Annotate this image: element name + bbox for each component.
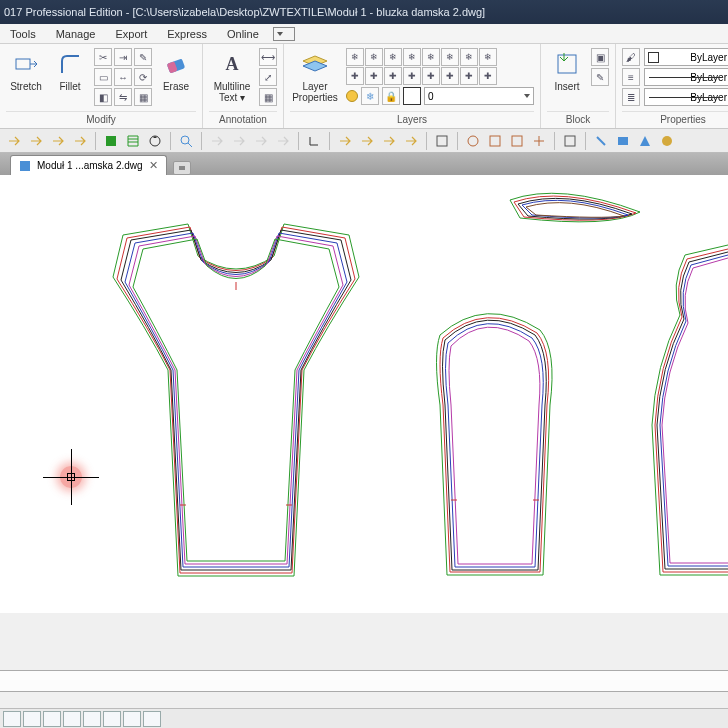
stretch-button[interactable]: Stretch [6,48,46,94]
tb-e1[interactable] [591,131,611,151]
tb-angle[interactable] [304,131,324,151]
tb2[interactable] [26,131,46,151]
lt9-icon[interactable]: ✚ [346,67,364,85]
tb3[interactable] [48,131,68,151]
lt5-icon[interactable]: ❄ [422,48,440,66]
lt4-icon[interactable]: ❄ [403,48,421,66]
lt8-icon[interactable]: ❄ [479,48,497,66]
color-combo[interactable]: ByLayer [644,48,728,66]
menu-more-dropdown[interactable] [273,27,295,41]
mini-rect-icon[interactable]: ▭ [94,68,112,86]
lt11-icon[interactable]: ✚ [384,67,402,85]
document-tab[interactable]: Moduł 1 ...amska 2.dwg ✕ [10,155,167,175]
lt6-icon[interactable]: ❄ [441,48,459,66]
tb-c4[interactable] [529,131,549,151]
more-icon[interactable]: ≣ [622,88,640,106]
panel-block-title: Block [547,111,609,128]
tby1[interactable] [335,131,355,151]
mini-rotate-icon[interactable]: ⟳ [134,68,152,86]
tb-refresh[interactable] [145,131,165,151]
tb-green2[interactable] [123,131,143,151]
drawing-canvas[interactable] [0,175,728,613]
lt7-icon[interactable]: ❄ [460,48,478,66]
sb-lwt[interactable] [123,711,141,727]
mini-trim-icon[interactable]: ✂ [94,48,112,66]
lt15-icon[interactable]: ✚ [460,67,478,85]
panel-annotation-title: Annotation [209,111,277,128]
tb-c1[interactable] [463,131,483,151]
lt16-icon[interactable]: ✚ [479,67,497,85]
tbg3[interactable] [251,131,271,151]
command-line[interactable] [0,670,728,692]
quick-toolbar [0,129,728,153]
sb-ortho[interactable] [43,711,61,727]
svg-rect-9 [490,136,500,146]
match-prop-icon[interactable]: 🖌 [622,48,640,66]
lt2-icon[interactable]: ❄ [365,48,383,66]
menu-online[interactable]: Online [217,28,269,40]
block-create-icon[interactable]: ▣ [591,48,609,66]
sb-snap[interactable] [3,711,21,727]
dim-aligned-icon[interactable]: ⤢ [259,68,277,86]
menu-express[interactable]: Express [157,28,217,40]
sb-osnap[interactable] [83,711,101,727]
tb1[interactable] [4,131,24,151]
tb-d1[interactable] [560,131,580,151]
layer-combo[interactable]: 0 [424,87,534,105]
layer-color-swatch[interactable] [403,87,421,105]
table-icon[interactable]: ▦ [259,88,277,106]
tb4[interactable] [70,131,90,151]
list-icon[interactable]: ≡ [622,68,640,86]
tb-e4[interactable] [657,131,677,151]
linetype-combo[interactable]: ByLayer [644,88,728,106]
sb-grid[interactable] [23,711,41,727]
tb-zoom[interactable] [176,131,196,151]
sb-model[interactable] [143,711,161,727]
new-tab-button[interactable] [173,161,191,175]
tb-e2[interactable] [613,131,633,151]
tbg4[interactable] [273,131,293,151]
erase-button[interactable]: Erase [156,48,196,94]
lt10-icon[interactable]: ✚ [365,67,383,85]
mini-break-icon[interactable]: ✎ [134,48,152,66]
dim-linear-icon[interactable]: ⟷ [259,48,277,66]
tb-c2[interactable] [485,131,505,151]
modify-mini-grid: ✂ ⇥ ✎ ▭ ↔ ⟳ ◧ ⇋ ▦ [94,48,152,106]
menu-manage[interactable]: Manage [46,28,106,40]
mini-move-icon[interactable]: ↔ [114,68,132,86]
mini-array-icon[interactable]: ▦ [134,88,152,106]
menu-export[interactable]: Export [105,28,157,40]
lt13-icon[interactable]: ✚ [422,67,440,85]
close-tab-icon[interactable]: ✕ [149,159,158,172]
tb-e3[interactable] [635,131,655,151]
fillet-label: Fillet [59,81,80,92]
block-edit-icon[interactable]: ✎ [591,68,609,86]
sb-polar[interactable] [63,711,81,727]
panel-block: Insert ▣ ✎ Block [541,44,616,128]
sb-track[interactable] [103,711,121,727]
layer-properties-button[interactable]: Layer Properties [290,48,340,105]
tb-c3[interactable] [507,131,527,151]
layer-lock-icon[interactable]: 🔒 [382,87,400,105]
tb-box[interactable] [432,131,452,151]
tby3[interactable] [379,131,399,151]
lt3-icon[interactable]: ❄ [384,48,402,66]
layer-freeze-icon[interactable]: ❄ [361,87,379,105]
lt1-icon[interactable]: ❄ [346,48,364,66]
mtext-button[interactable]: A Multiline Text ▾ [209,48,255,105]
lineweight-combo[interactable]: ByLayer [644,68,728,86]
tb-green1[interactable] [101,131,121,151]
tby4[interactable] [401,131,421,151]
mini-extend-icon[interactable]: ⇥ [114,48,132,66]
lt14-icon[interactable]: ✚ [441,67,459,85]
insert-button[interactable]: Insert [547,48,587,94]
tby2[interactable] [357,131,377,151]
layer-bulb-icon[interactable] [346,90,358,102]
lt12-icon[interactable]: ✚ [403,67,421,85]
fillet-button[interactable]: Fillet [50,48,90,94]
tbg2[interactable] [229,131,249,151]
menu-tools[interactable]: Tools [0,28,46,40]
mini-mirror-icon[interactable]: ⇋ [114,88,132,106]
tbg1[interactable] [207,131,227,151]
mini-scale-icon[interactable]: ◧ [94,88,112,106]
